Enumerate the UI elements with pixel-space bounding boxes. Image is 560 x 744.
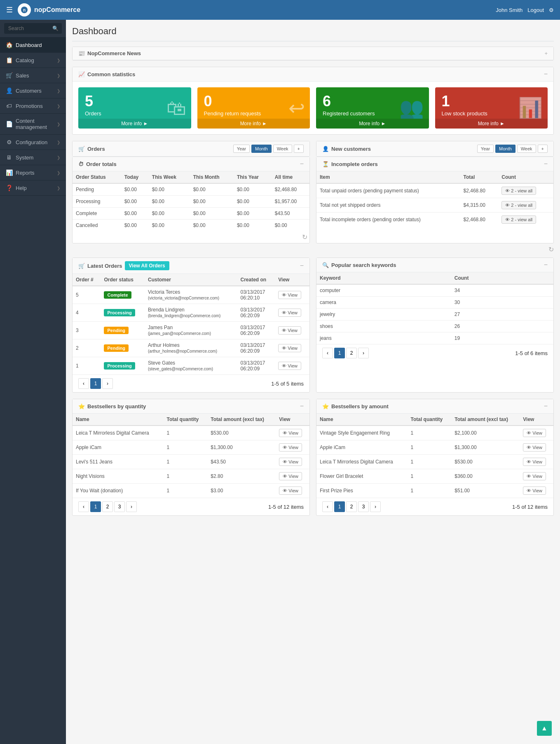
sidebar-item-catalog[interactable]: 📋 Catalog ❯ bbox=[0, 53, 66, 68]
next-page-button[interactable]: › bbox=[358, 348, 369, 358]
sidebar-item-content[interactable]: 📄 Content management ❯ bbox=[0, 114, 66, 135]
view-order-4-button[interactable]: 👁 View bbox=[278, 309, 301, 317]
common-stats-header: 📈 Common statistics − bbox=[73, 67, 553, 82]
customers-tab-week[interactable]: Week bbox=[517, 145, 536, 153]
customers-tab-year[interactable]: Year bbox=[477, 145, 494, 153]
view-all-unpaid[interactable]: 👁 2 - view all bbox=[501, 187, 536, 195]
prev-page-button[interactable]: ‹ bbox=[322, 348, 333, 358]
bestsellers-amount-title: ⭐ Bestsellers by amount bbox=[322, 403, 389, 409]
logout-button[interactable]: Logout bbox=[527, 7, 544, 13]
returns-more-info[interactable]: More info ► bbox=[197, 119, 310, 129]
orders-plus-button[interactable]: + bbox=[294, 145, 304, 153]
sidebar-item-customers[interactable]: 👤 Customers ❯ bbox=[0, 83, 66, 98]
view-all-not-shipped[interactable]: 👁 2 - view all bbox=[501, 201, 536, 209]
status-cancelled: Cancelled bbox=[73, 220, 121, 232]
bestsellers-amount-footer: ‹ 1 2 3 › 1-5 of 12 items bbox=[316, 498, 553, 515]
page-3-button[interactable]: 3 bbox=[358, 501, 369, 512]
prev-page-button[interactable]: ‹ bbox=[78, 378, 89, 389]
view-product-button[interactable]: 👁 View bbox=[523, 443, 546, 452]
stat-card-orders[interactable]: 5 Orders 🛍 More info ► bbox=[78, 87, 191, 129]
view-all-incomplete[interactable]: 👁 2 - view all bbox=[501, 215, 536, 224]
page-1-button[interactable]: 1 bbox=[90, 378, 101, 389]
sidebar-item-reports[interactable]: 📊 Reports ❯ bbox=[0, 165, 66, 180]
view-product-button[interactable]: 👁 View bbox=[279, 472, 302, 480]
order-totals-table: Order Status Today This Week This Month … bbox=[73, 171, 309, 231]
keywords-collapse[interactable]: − bbox=[544, 261, 548, 269]
col-created-on: Created on bbox=[237, 274, 275, 286]
view-product-button[interactable]: 👁 View bbox=[279, 487, 302, 495]
orders-customers-headers: 🛒 Orders Year Month Week + 👤 New custo bbox=[72, 141, 554, 157]
sidebar-item-dashboard[interactable]: 🏠 Dashboard bbox=[0, 37, 66, 53]
sales-icon: 🛒 bbox=[6, 72, 12, 79]
next-page-button[interactable]: › bbox=[126, 501, 137, 512]
order-totals-incomplete-row: ⏱ Order totals − Order Status Today This… bbox=[72, 157, 554, 250]
scroll-to-top-button[interactable]: ▲ bbox=[537, 721, 552, 736]
view-product-button[interactable]: 👁 View bbox=[523, 429, 546, 437]
order-totals-collapse[interactable]: − bbox=[300, 160, 304, 168]
stat-card-lowstock[interactable]: 1 Low stock products 📊 More info ► bbox=[435, 87, 548, 129]
orders-tab-week[interactable]: Week bbox=[273, 145, 292, 153]
latest-orders-pagination: ‹ 1 › bbox=[78, 378, 113, 389]
page-2-button[interactable]: 2 bbox=[102, 501, 113, 512]
view-all-orders-button[interactable]: View All Orders bbox=[125, 261, 169, 270]
stat-card-customers[interactable]: 6 Registered customers 👥 More info ► bbox=[316, 87, 429, 129]
view-order-3-button[interactable]: 👁 View bbox=[278, 326, 301, 335]
prev-page-button[interactable]: ‹ bbox=[78, 501, 89, 512]
settings-icon[interactable]: ⚙ bbox=[549, 7, 554, 13]
orders-tab-month[interactable]: Month bbox=[251, 145, 272, 153]
status-badge: Complete bbox=[104, 291, 131, 299]
orders-tab-year[interactable]: Year bbox=[233, 145, 250, 153]
view-product-button[interactable]: 👁 View bbox=[523, 487, 546, 495]
view-product-button[interactable]: 👁 View bbox=[523, 458, 546, 466]
customers-tab-month[interactable]: Month bbox=[495, 145, 515, 153]
page-1-button[interactable]: 1 bbox=[334, 501, 345, 512]
table-row: 2 Pending Arthur Holmes(arthur_holmes@no… bbox=[73, 339, 309, 357]
sidebar-label-system: System bbox=[16, 154, 33, 161]
bestsellers-quantity-footer: ‹ 1 2 3 › 1-5 of 12 items bbox=[73, 498, 309, 515]
prev-page-button[interactable]: ‹ bbox=[322, 501, 333, 512]
sidebar-item-configuration[interactable]: ⚙ Configuration ❯ bbox=[0, 135, 66, 150]
stat-card-returns[interactable]: 0 Pending return requests ↩ More info ► bbox=[197, 87, 310, 129]
order-totals-title: ⏱ Order totals bbox=[78, 161, 117, 167]
order-totals-refresh-icon[interactable]: ↻ bbox=[302, 234, 307, 241]
incomplete-orders-collapse[interactable]: − bbox=[544, 160, 548, 168]
hamburger-icon[interactable]: ☰ bbox=[6, 5, 13, 14]
page-1-button[interactable]: 1 bbox=[334, 348, 345, 358]
bestsellers-amount-header: ⭐ Bestsellers by amount − bbox=[316, 399, 553, 414]
star-icon: ⭐ bbox=[78, 403, 85, 409]
view-product-button[interactable]: 👁 View bbox=[279, 458, 302, 466]
sidebar-item-system[interactable]: 🖥 System ❯ bbox=[0, 150, 66, 165]
next-page-button[interactable]: › bbox=[370, 501, 381, 512]
new-customers-tabs: Year Month Week + bbox=[477, 145, 548, 153]
news-expand-icon[interactable]: + bbox=[544, 50, 548, 56]
col-view: View bbox=[276, 414, 309, 426]
latest-orders-collapse[interactable]: − bbox=[300, 262, 304, 269]
common-stats-collapse-icon[interactable]: − bbox=[544, 70, 548, 78]
bestsellers-quantity-table: Name Total quantity Total amount (excl t… bbox=[73, 414, 309, 498]
next-page-button[interactable]: › bbox=[102, 378, 113, 389]
bestsellers-amount-collapse[interactable]: − bbox=[544, 402, 548, 410]
sidebar-item-promotions[interactable]: 🏷 Promotions ❯ bbox=[0, 98, 66, 114]
view-product-button[interactable]: 👁 View bbox=[523, 472, 546, 480]
view-order-5-button[interactable]: 👁 View bbox=[278, 291, 301, 299]
page-2-button[interactable]: 2 bbox=[346, 348, 357, 358]
orders-more-info[interactable]: More info ► bbox=[78, 119, 191, 129]
customers-more-info[interactable]: More info ► bbox=[316, 119, 429, 129]
latest-orders-body: Order # Order status Customer Created on… bbox=[73, 274, 309, 374]
view-product-button[interactable]: 👁 View bbox=[279, 443, 302, 452]
customers-plus-button[interactable]: + bbox=[538, 145, 548, 153]
view-order-2-button[interactable]: 👁 View bbox=[278, 344, 301, 352]
page-2-button[interactable]: 2 bbox=[346, 501, 357, 512]
customers-card-icon: 👥 bbox=[399, 96, 424, 119]
section-refresh-icon[interactable]: ↻ bbox=[548, 246, 554, 253]
view-order-1-button[interactable]: 👁 View bbox=[278, 362, 301, 370]
sidebar-item-sales[interactable]: 🛒 Sales ❯ bbox=[0, 68, 66, 83]
sidebar-item-help[interactable]: ❓ Help ❯ bbox=[0, 180, 66, 196]
bestsellers-quantity-collapse[interactable]: − bbox=[300, 402, 304, 410]
latest-orders-icon: 🛒 bbox=[78, 263, 85, 269]
page-3-button[interactable]: 3 bbox=[114, 501, 125, 512]
view-product-button[interactable]: 👁 View bbox=[279, 429, 302, 437]
page-1-button[interactable]: 1 bbox=[90, 501, 101, 512]
svg-text:n: n bbox=[23, 8, 26, 12]
lowstock-more-info[interactable]: More info ► bbox=[435, 119, 548, 129]
